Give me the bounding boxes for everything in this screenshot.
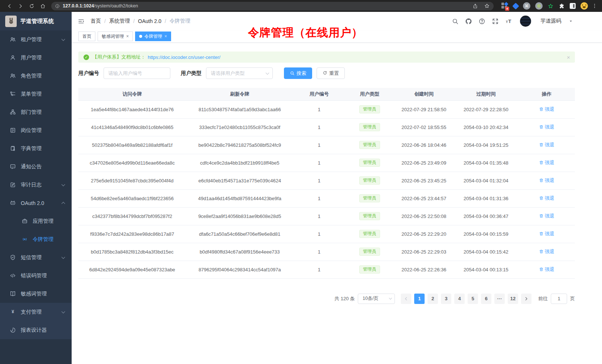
user-id-input[interactable]: 请输入用户编号 bbox=[104, 67, 170, 79]
app-logo[interactable]: 芋道管理系统 bbox=[0, 12, 72, 30]
force-logout-button[interactable]: 强退 bbox=[539, 106, 554, 113]
command-extension-icon[interactable]: ⌘ bbox=[523, 2, 530, 10]
breadcrumb-item[interactable]: 首页 bbox=[91, 18, 101, 24]
record-extension-icon[interactable] bbox=[535, 2, 543, 10]
column-header: 访问令牌 bbox=[78, 88, 186, 100]
sidebar-item-tenant[interactable]: 租户管理 bbox=[0, 30, 72, 49]
sidebar-item-menu[interactable]: 菜单管理 bbox=[0, 85, 72, 103]
sidebar-item-dict[interactable]: 字典管理 bbox=[0, 139, 72, 158]
sidebar-item-label: 用户管理 bbox=[21, 54, 42, 61]
sidebar-item-post[interactable]: 岗位管理 bbox=[0, 121, 72, 139]
bookmark-star-icon[interactable] bbox=[484, 3, 490, 9]
browser-home-button[interactable] bbox=[37, 3, 48, 9]
pagination-ellipsis[interactable]: ··· bbox=[494, 294, 505, 304]
page-button-4[interactable]: 4 bbox=[454, 294, 465, 304]
sidebar-item-oauth2-token[interactable]: 令牌管理 bbox=[0, 230, 72, 248]
search-button[interactable]: 搜索 bbox=[284, 67, 312, 79]
star-extension-icon[interactable] bbox=[547, 3, 554, 9]
user-type-select[interactable]: 请选择用户类型 bbox=[206, 67, 273, 79]
sidebar-item-user[interactable]: 用户管理 bbox=[0, 49, 72, 67]
sidebar-item-sensitive-word[interactable]: 敏感词管理 bbox=[0, 285, 72, 303]
force-logout-label: 强退 bbox=[545, 195, 554, 202]
github-icon[interactable] bbox=[465, 18, 472, 25]
force-logout-button[interactable]: 强退 bbox=[539, 266, 554, 273]
force-logout-button[interactable]: 强退 bbox=[539, 142, 554, 148]
sidebar-collapse-icon[interactable] bbox=[78, 18, 85, 25]
profile-avatar-icon[interactable] bbox=[580, 2, 588, 10]
page-button-2[interactable]: 2 bbox=[428, 294, 438, 304]
action-cell: 强退 bbox=[518, 207, 575, 225]
force-logout-button[interactable]: 强退 bbox=[539, 213, 554, 219]
gem-extension-icon[interactable] bbox=[512, 3, 519, 9]
tab-首页[interactable]: 首页 bbox=[78, 32, 95, 41]
reset-button[interactable]: 重置 bbox=[317, 67, 345, 79]
breadcrumb-item: 令牌管理 bbox=[170, 18, 190, 24]
access-token-cell: 502375b8040a469a9b82188afdf6af1f bbox=[78, 136, 186, 154]
force-logout-button[interactable]: 强退 bbox=[539, 124, 554, 130]
sidebar-item-oauth2-app[interactable]: 应用管理 bbox=[0, 212, 72, 230]
browser-forward-button[interactable] bbox=[15, 3, 26, 9]
prev-page-button[interactable] bbox=[401, 294, 411, 304]
force-logout-button[interactable]: 强退 bbox=[539, 231, 554, 237]
tab-close-icon[interactable]: × bbox=[164, 34, 167, 39]
page-button-1[interactable]: 1 bbox=[414, 294, 425, 304]
sidebar-item-role[interactable]: 角色管理 bbox=[0, 67, 72, 85]
fullscreen-icon[interactable] bbox=[492, 18, 499, 25]
address-bar[interactable]: 127.0.0.1:1024/system/oauth2/token bbox=[51, 2, 494, 10]
user-menu-caret-icon[interactable] bbox=[568, 19, 573, 24]
sidebar-item-error-code[interactable]: 错误码管理 bbox=[0, 267, 72, 285]
tab-close-icon[interactable]: × bbox=[126, 34, 129, 39]
alert-close-icon[interactable]: × bbox=[567, 54, 570, 60]
breadcrumb-separator: / bbox=[165, 18, 166, 24]
tab-令牌管理[interactable]: 令牌管理× bbox=[135, 32, 171, 41]
sidebar-item-report[interactable]: 报表设计器 bbox=[0, 321, 72, 339]
force-logout-button[interactable]: 强退 bbox=[539, 195, 554, 202]
search-icon[interactable] bbox=[452, 18, 459, 25]
tab-group-extension-icon[interactable]: 9 bbox=[501, 2, 508, 10]
user-type-cell: 管理员 bbox=[345, 261, 394, 278]
breadcrumb-item[interactable]: OAuth 2.0 bbox=[138, 18, 161, 24]
sidebar-item-notice[interactable]: 通知公告 bbox=[0, 158, 72, 176]
force-logout-button[interactable]: 强退 bbox=[539, 177, 554, 184]
page-button-6[interactable]: 6 bbox=[481, 294, 491, 304]
extensions-puzzle-icon[interactable] bbox=[559, 3, 565, 9]
font-size-icon[interactable] bbox=[505, 18, 512, 25]
sidebar-item-department[interactable]: 部门管理 bbox=[0, 103, 72, 121]
browser-back-button[interactable] bbox=[4, 3, 15, 9]
expires-cell: 2054-03-04 00:13:15 bbox=[454, 261, 518, 278]
tab-label: 敏感词管理 bbox=[102, 33, 124, 40]
next-page-button[interactable] bbox=[521, 294, 531, 304]
force-logout-button[interactable]: 强退 bbox=[539, 248, 554, 255]
user-id-cell: 1 bbox=[293, 118, 345, 136]
force-logout-label: 强退 bbox=[545, 142, 554, 148]
chevron-up-icon bbox=[62, 202, 65, 206]
chevron-down-icon bbox=[266, 71, 269, 75]
page-size-select[interactable]: 10条/页 bbox=[358, 294, 395, 304]
tab-敏感词管理[interactable]: 敏感词管理× bbox=[98, 32, 133, 41]
breadcrumb-item[interactable]: 系统管理 bbox=[109, 18, 130, 24]
sidebar-item-oauth2[interactable]: OAuth 2.0 bbox=[0, 194, 72, 212]
sidebar-item-sms[interactable]: 短信管理 bbox=[0, 248, 72, 267]
user-type-cell: 管理员 bbox=[345, 207, 394, 225]
help-icon[interactable] bbox=[478, 18, 485, 25]
browser-menu-icon[interactable] bbox=[592, 3, 598, 9]
doc-link[interactable]: https://doc.iocoder.cn/user-center/ bbox=[148, 54, 220, 60]
tenant-icon bbox=[10, 36, 16, 43]
page-button-12[interactable]: 12 bbox=[508, 294, 518, 304]
refresh-token-cell: 49d1aa46d1454fbd87591444423be9fa bbox=[186, 189, 293, 207]
goto-page-input[interactable]: 1 bbox=[551, 294, 567, 304]
sidebar-item-audit-log[interactable]: 审计日志 bbox=[0, 176, 72, 194]
sidebar-toggle-icon[interactable] bbox=[570, 3, 576, 9]
force-logout-button[interactable]: 强退 bbox=[539, 159, 554, 166]
share-icon[interactable] bbox=[472, 3, 478, 9]
page-button-3[interactable]: 3 bbox=[441, 294, 451, 304]
browser-reload-button[interactable] bbox=[26, 3, 37, 9]
action-cell: 强退 bbox=[518, 243, 575, 261]
expires-cell: 2054-03-04 19:51:25 bbox=[454, 136, 518, 154]
access-token-cell: 6d842e2924594de9a09e45e087323abe bbox=[78, 261, 186, 278]
page-button-5[interactable]: 5 bbox=[468, 294, 478, 304]
sidebar-item-pay[interactable]: 支付管理 bbox=[0, 303, 72, 321]
user-avatar[interactable] bbox=[520, 16, 531, 27]
force-logout-label: 强退 bbox=[545, 213, 554, 219]
site-info-icon[interactable] bbox=[55, 4, 60, 9]
